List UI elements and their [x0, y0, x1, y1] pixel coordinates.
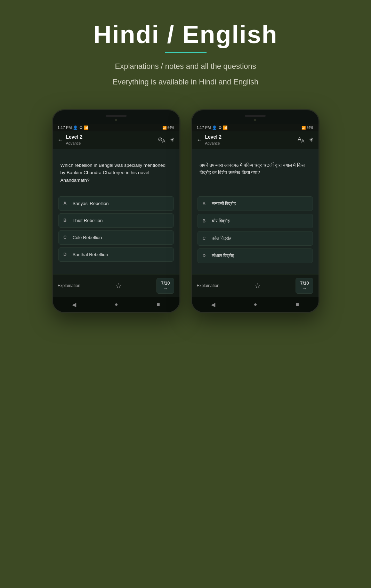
question-text-english: Which rebellion in Bengal was specially …: [61, 162, 172, 184]
option-a-english[interactable]: A Sanyasi Rebellion: [58, 196, 174, 211]
camera-dot-hindi: [254, 119, 256, 121]
star-icon-hindi[interactable]: ☆: [255, 281, 261, 290]
wifi-icon-english: 📶: [162, 126, 167, 130]
nav-bar-hindi: ◀ ● ■: [192, 297, 318, 312]
option-b-text-hindi: चोर विद्रोह: [212, 218, 230, 224]
status-time-hindi: 1:17 PM: [197, 125, 211, 130]
nav-home-icon-english[interactable]: ●: [115, 301, 118, 308]
phone-content-english: Which rebellion in Bengal was specially …: [53, 149, 179, 274]
option-c-hindi[interactable]: C कोल विद्रोह: [197, 231, 313, 246]
app-header-left-english: ← Level 2 Advance: [58, 134, 82, 146]
explaination-button-english[interactable]: Explaination: [58, 283, 80, 288]
status-icons-english: 👤 ⚙ 📶: [73, 125, 88, 130]
brightness-icon-hindi[interactable]: ☀: [309, 137, 314, 143]
option-c-label-hindi: C: [203, 236, 208, 241]
subtitle-line1: Explanations / notes and all the questio…: [94, 60, 278, 72]
explaination-button-hindi[interactable]: Explaination: [197, 283, 219, 288]
option-d-english[interactable]: D Santhal Rebellion: [58, 247, 174, 262]
back-button-english[interactable]: ←: [58, 137, 63, 143]
option-a-text-english: Sanyasi Rebellion: [73, 201, 109, 206]
translate-off-icon-english[interactable]: ⊘A: [158, 136, 166, 144]
arrow-right-hindi: →: [302, 286, 307, 291]
level-title-hindi: Level 2: [205, 134, 221, 140]
progress-num-hindi: 7/10: [300, 280, 309, 286]
option-b-hindi[interactable]: B चोर विद्रोह: [197, 214, 313, 228]
option-c-label-english: C: [64, 235, 68, 240]
option-d-label-hindi: D: [203, 253, 208, 258]
app-header-hindi: ← Level 2 Advance AA ☀: [192, 131, 318, 149]
status-icons-hindi: 👤 ⚙ 📶: [212, 125, 227, 130]
subtitle-line2: Everything is available in Hindi and Eng…: [94, 76, 278, 88]
progress-button-english[interactable]: 7/10 →: [156, 278, 174, 294]
level-title-english: Level 2: [66, 134, 82, 140]
phone-speaker-english: [106, 115, 127, 117]
option-a-label-english: A: [64, 201, 68, 206]
brightness-icon-english[interactable]: ☀: [170, 137, 175, 143]
nav-back-icon-english[interactable]: ◀: [72, 301, 76, 308]
app-header-right-hindi: AA ☀: [298, 136, 314, 144]
nav-bar-english: ◀ ● ■: [53, 297, 179, 312]
option-d-text-english: Santhal Rebellion: [73, 252, 108, 257]
option-d-text-hindi: संथाल विद्रोह: [212, 253, 234, 259]
level-subtitle-hindi: Advance: [205, 141, 220, 145]
option-c-text-english: Cole Rebellion: [73, 235, 102, 240]
status-right-hindi: 📶 64%: [301, 126, 313, 130]
status-time-english: 1:17 PM: [58, 125, 72, 130]
question-area-hindi: अपने उपन्यास आनंदमठ में बंकिम चंद्र चटर्…: [197, 155, 313, 196]
camera-row-hindi: [254, 119, 256, 121]
status-bar-english: 1:17 PM 👤 ⚙ 📶 📶 64%: [53, 124, 179, 131]
app-header-left-hindi: ← Level 2 Advance: [197, 134, 221, 146]
camera-row-english: [115, 119, 117, 121]
star-icon-english[interactable]: ☆: [115, 281, 122, 290]
header-section: Hindi / English Explanations / notes and…: [94, 21, 278, 88]
option-a-text-hindi: सन्यासी विद्रोह: [212, 201, 236, 206]
main-title: Hindi / English: [94, 21, 278, 48]
progress-num-english: 7/10: [161, 280, 170, 286]
app-header-english: ← Level 2 Advance ⊘A ☀: [53, 131, 179, 149]
wifi-icon-hindi: 📶: [301, 126, 306, 130]
phone-english: 1:17 PM 👤 ⚙ 📶 📶 64% ← Level 2 Advance ⊘A…: [52, 109, 180, 313]
translate-icon-hindi[interactable]: AA: [298, 136, 305, 144]
phone-bottom-bar-english: Explaination ☆ 7/10 →: [53, 274, 179, 297]
phone-speaker-hindi: [245, 115, 266, 117]
options-area-hindi: A सन्यासी विद्रोह B चोर विद्रोह C कोल वि…: [197, 196, 313, 269]
nav-square-icon-english[interactable]: ■: [156, 301, 160, 308]
battery-english: 64%: [167, 126, 174, 130]
nav-home-icon-hindi[interactable]: ●: [254, 301, 257, 308]
level-subtitle-english: Advance: [66, 141, 81, 145]
status-left-hindi: 1:17 PM 👤 ⚙ 📶: [197, 125, 228, 130]
back-button-hindi[interactable]: ←: [197, 137, 202, 143]
option-b-english[interactable]: B Thief Rebellion: [58, 213, 174, 228]
status-left-english: 1:17 PM 👤 ⚙ 📶: [58, 125, 89, 130]
phone-bottom-bar-hindi: Explaination ☆ 7/10 →: [192, 274, 318, 297]
options-area-english: A Sanyasi Rebellion B Thief Rebellion C …: [58, 196, 174, 267]
phone-content-hindi: अपने उपन्यास आनंदमठ में बंकिम चंद्र चटर्…: [192, 149, 318, 274]
question-area-english: Which rebellion in Bengal was specially …: [58, 155, 174, 196]
option-a-label-hindi: A: [203, 201, 208, 206]
phones-container: 1:17 PM 👤 ⚙ 📶 📶 64% ← Level 2 Advance ⊘A…: [52, 109, 320, 313]
option-b-label-hindi: B: [203, 219, 208, 223]
option-c-english[interactable]: C Cole Rebellion: [58, 230, 174, 245]
arrow-right-english: →: [163, 286, 168, 291]
title-underline: [165, 52, 207, 53]
question-text-hindi: अपने उपन्यास आनंदमठ में बंकिम चंद्र चटर्…: [200, 162, 311, 177]
option-d-hindi[interactable]: D संथाल विद्रोह: [197, 248, 313, 263]
option-a-hindi[interactable]: A सन्यासी विद्रोह: [197, 196, 313, 211]
status-bar-hindi: 1:17 PM 👤 ⚙ 📶 📶 64%: [192, 124, 318, 131]
battery-hindi: 64%: [306, 126, 313, 130]
option-d-label-english: D: [64, 252, 68, 257]
camera-dot-english: [115, 119, 117, 121]
progress-button-hindi[interactable]: 7/10 →: [296, 278, 313, 294]
phone-hindi: 1:17 PM 👤 ⚙ 📶 📶 64% ← Level 2 Advance AA…: [191, 109, 320, 313]
nav-back-icon-hindi[interactable]: ◀: [211, 301, 215, 308]
option-b-label-english: B: [64, 218, 68, 223]
option-c-text-hindi: कोल विद्रोह: [212, 236, 232, 241]
level-info-english: Level 2 Advance: [66, 134, 82, 146]
app-header-right-english: ⊘A ☀: [158, 136, 175, 144]
phone-top-hindi: [192, 110, 318, 124]
phone-top-english: [53, 110, 179, 124]
nav-square-icon-hindi[interactable]: ■: [296, 301, 299, 308]
status-right-english: 📶 64%: [162, 126, 174, 130]
level-info-hindi: Level 2 Advance: [205, 134, 221, 146]
option-b-text-english: Thief Rebellion: [73, 218, 103, 223]
